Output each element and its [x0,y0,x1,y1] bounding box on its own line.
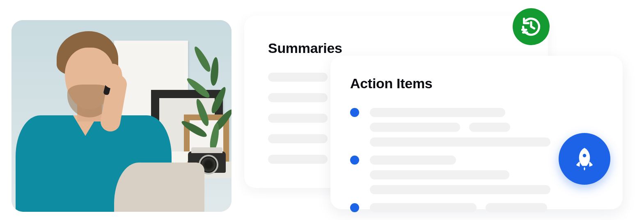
rocket-icon [571,146,598,172]
action-bullet-icon [350,203,359,212]
summary-placeholder-line [268,73,328,82]
history-icon [520,16,542,37]
action-items-title: Action Items [350,76,597,92]
svg-point-2 [583,154,587,158]
history-badge [513,8,550,45]
person-on-phone-photo [11,20,231,212]
photo-person [11,20,184,212]
summary-placeholder-line [268,93,328,102]
launch-button[interactable] [559,133,610,185]
summary-placeholder-line [268,134,328,143]
action-item-row [350,108,597,147]
summary-placeholder-line [268,155,328,164]
summaries-title: Summaries [268,40,524,56]
illustration-container: Summaries Action Items [0,0,644,220]
photo-scene [11,20,231,212]
action-bullet-icon [350,156,359,165]
action-item-placeholder [370,203,597,212]
action-item-row [350,203,597,212]
action-items-card: Action Items [330,56,623,209]
summary-placeholder-line [268,114,328,123]
action-item-placeholder [370,108,597,147]
action-bullet-icon [350,108,359,117]
